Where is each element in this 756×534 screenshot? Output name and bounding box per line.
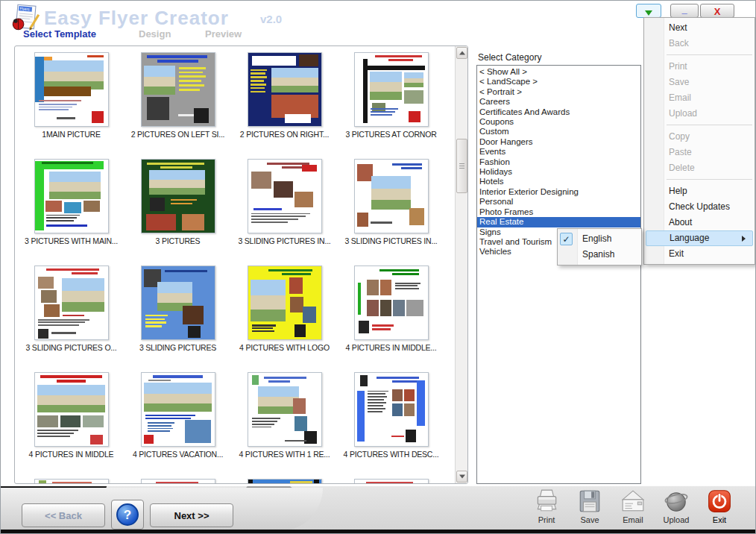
template-thumbnail[interactable] [354, 266, 429, 340]
template-thumbnail[interactable] [34, 159, 109, 233]
template-thumbnail[interactable] [141, 159, 215, 233]
minimize-button[interactable]: _ [670, 4, 699, 18]
template-cell[interactable]: 3 SLIDING PICTURES [125, 266, 231, 372]
thumb-art-block [38, 319, 89, 321]
menu-item-language[interactable]: Language [646, 230, 753, 246]
template-thumbnail[interactable] [354, 52, 429, 127]
template-thumbnail[interactable] [248, 266, 322, 340]
tab-select-template[interactable]: Select Template [23, 28, 96, 40]
category-item-fashion[interactable]: Fashion [477, 157, 640, 167]
template-cell[interactable]: 3 PICTURES [125, 159, 231, 266]
template-cell[interactable]: 3 PICTURES WITH MAIN... [18, 159, 125, 266]
template-thumbnail[interactable] [141, 479, 215, 483]
template-thumbnail[interactable] [141, 266, 215, 340]
template-thumbnail[interactable] [248, 159, 322, 233]
category-item-events[interactable]: Events [477, 147, 640, 157]
close-button[interactable]: X [700, 4, 734, 18]
menu-item-delete[interactable]: Delete [644, 160, 755, 176]
template-thumbnail[interactable] [354, 372, 429, 447]
category-item-portrait[interactable]: < Portrait > [477, 87, 640, 97]
menu-item-back[interactable]: Back [644, 36, 755, 51]
template-thumbnail[interactable] [34, 266, 109, 340]
menu-button[interactable] [636, 4, 661, 18]
menu-item-copy[interactable]: Copy [644, 129, 755, 145]
category-item-custom[interactable]: Custom [477, 127, 640, 136]
category-item-coupons[interactable]: Coupons [477, 117, 640, 127]
template-thumbnail[interactable] [248, 52, 322, 127]
category-item-real-estate[interactable]: Real Estate [477, 217, 640, 227]
template-cell-partial[interactable] [338, 479, 444, 483]
scrollbar-thumb[interactable] [456, 139, 467, 193]
exit-action-button[interactable]: Exit [698, 489, 741, 524]
submenu-item-english[interactable]: English✓ [558, 231, 641, 247]
category-item-personal[interactable]: Personal [477, 197, 640, 207]
thumb-art-block [171, 199, 197, 201]
category-item-photo-frames[interactable]: Photo Frames [477, 207, 640, 217]
menu-item-upload[interactable]: Upload [644, 106, 755, 122]
back-button[interactable]: << Back [22, 503, 105, 527]
template-thumbnail[interactable] [34, 479, 109, 483]
category-item-hotels[interactable]: Hotels [477, 177, 640, 186]
template-cell[interactable]: 3 SLIDING PICTURES IN... [338, 159, 444, 266]
thumb-art-block [147, 97, 168, 120]
save-action-button[interactable]: Save [568, 489, 611, 524]
upload-action-button[interactable]: Upload [655, 489, 698, 524]
thumb-art-block [252, 330, 274, 332]
next-button[interactable]: Next >> [150, 503, 233, 527]
thumb-art-block [367, 300, 379, 316]
category-item-door-hangers[interactable]: Door Hangers [477, 137, 640, 147]
category-item-interior-exterior-designing[interactable]: Interior Exterior Designing [477, 187, 640, 197]
menu-item-email[interactable]: Email [644, 90, 755, 106]
scroll-down-button[interactable] [456, 471, 467, 483]
template-thumbnail[interactable] [34, 372, 109, 447]
menu-item-help[interactable]: Help [644, 183, 755, 199]
submenu-item-spanish[interactable]: Spanish [558, 247, 641, 263]
template-thumbnail[interactable] [248, 372, 322, 447]
template-thumbnail[interactable] [354, 479, 429, 483]
tab-preview[interactable]: Preview [205, 28, 242, 40]
template-cell[interactable]: 1MAIN PICTURE [18, 52, 125, 159]
template-thumbnail[interactable] [141, 52, 215, 127]
template-scrollbar[interactable] [455, 46, 467, 483]
thumb-art-block [392, 389, 403, 402]
template-cell[interactable]: 3 SLIDING PICTURES O... [18, 266, 125, 372]
menu-item-save[interactable]: Save [644, 75, 755, 90]
template-cell[interactable]: 4 PICTURES IN MIDDLE [18, 372, 125, 479]
template-cell[interactable]: 4 PICTURES VACATION... [125, 372, 231, 479]
category-item-holidays[interactable]: Holidays [477, 167, 640, 177]
template-cell[interactable]: 4 PICTURES IN MIDDLE... [338, 266, 444, 372]
thumb-art-block [372, 103, 385, 112]
template-cell[interactable]: 3 PICTURES AT CORNOR [338, 52, 444, 159]
template-thumbnail[interactable] [141, 372, 215, 447]
scroll-up-button[interactable] [456, 47, 467, 59]
template-cell-partial[interactable] [231, 479, 338, 483]
menu-item-print[interactable]: Print [644, 59, 755, 75]
template-thumbnail[interactable] [354, 159, 429, 233]
email-action-button[interactable]: Email [611, 489, 655, 524]
menu-item-paste[interactable]: Paste [644, 145, 755, 160]
template-cell[interactable]: 2 PICTURES ON LEFT SI... [125, 52, 231, 159]
menu-item-check-updates[interactable]: Check Updates [644, 199, 755, 215]
template-cell-partial[interactable] [18, 479, 125, 483]
help-button[interactable]: ? [111, 500, 144, 530]
menu-item-next[interactable]: Next [644, 20, 755, 36]
template-cell[interactable]: 2 PICTURES ON RIGHT... [231, 52, 338, 159]
template-thumbnail[interactable] [34, 52, 109, 127]
category-item-certificates-and-awards[interactable]: Certificates And Awards [477, 107, 640, 117]
thumb-art-block [304, 431, 317, 444]
menu-item-exit[interactable]: Exit [644, 246, 755, 262]
template-cell[interactable]: 4 PICTURES WITH DESC... [338, 372, 444, 479]
template-cell[interactable]: 3 SLIDING PICTURES IN... [231, 159, 338, 266]
thumb-art-block [63, 315, 84, 316]
tab-design[interactable]: Design [139, 28, 171, 40]
thumb-art-block [251, 213, 309, 215]
menu-item-about[interactable]: About [644, 215, 755, 230]
template-thumbnail[interactable] [248, 479, 322, 483]
template-cell-partial[interactable] [125, 479, 231, 483]
category-item-show-all[interactable]: < Show All > [477, 67, 640, 77]
template-cell[interactable]: 4 PICTURES WITH LOGO [231, 266, 338, 372]
template-cell[interactable]: 4 PICTURES WITH 1 RE... [231, 372, 338, 479]
category-item-careers[interactable]: Careers [477, 97, 640, 107]
category-item-landscape[interactable]: < LandScape > [477, 77, 640, 87]
print-action-button[interactable]: Print [525, 489, 568, 524]
